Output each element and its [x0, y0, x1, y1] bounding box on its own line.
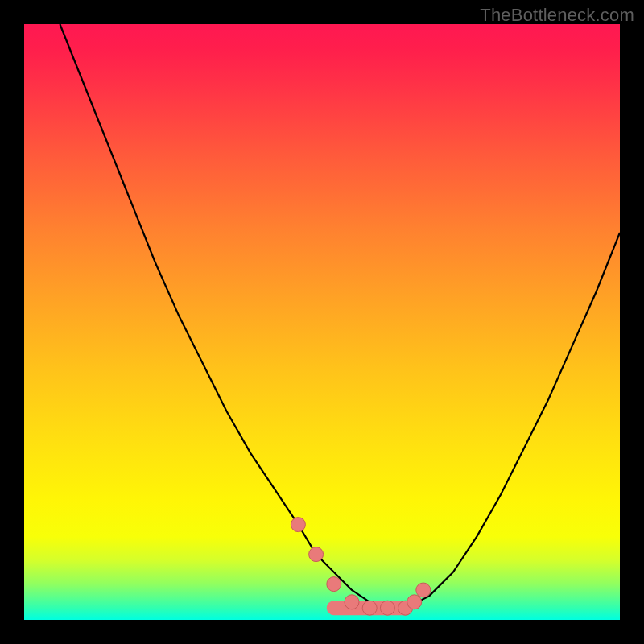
plot-area	[24, 24, 620, 620]
marker-point	[416, 583, 431, 597]
marker-point	[345, 595, 359, 609]
bottleneck-curve-line	[60, 24, 620, 608]
marker-group	[291, 518, 430, 616]
marker-point	[407, 595, 422, 609]
chart-svg	[24, 24, 620, 620]
marker-point	[291, 518, 305, 532]
marker-point	[309, 547, 324, 562]
marker-point	[327, 577, 341, 592]
watermark-text: TheBottleneck.com	[480, 5, 634, 26]
marker-point	[380, 601, 394, 615]
marker-point	[362, 601, 377, 615]
